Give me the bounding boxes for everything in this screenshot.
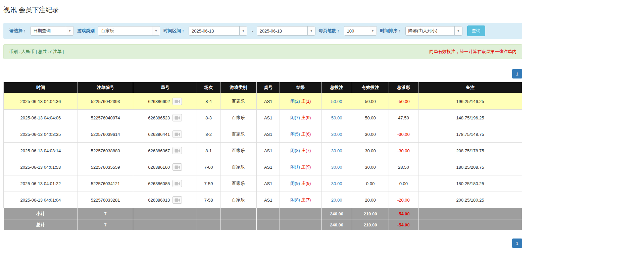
game-type-input[interactable] — [98, 27, 152, 35]
cell-time: 2025-06-13 04:01:22 — [4, 175, 78, 192]
cell-note: 196.25/146.25 — [418, 93, 522, 110]
cell-result: 闲(8) 庄(7) — [280, 192, 321, 208]
date-to-input[interactable] — [257, 27, 307, 35]
sum-count: 7 — [78, 219, 133, 230]
video-replay-button[interactable] — [172, 130, 182, 138]
time-sort-select[interactable]: ▼ — [405, 26, 462, 36]
cell-game-type: 百家乐 — [220, 126, 256, 143]
chevron-down-icon[interactable]: ▼ — [66, 27, 73, 35]
video-replay-button[interactable] — [172, 98, 182, 105]
game-type-label: 游戏类别 — [77, 28, 95, 34]
cell-payout: -30.00 — [389, 143, 418, 159]
table-row: 2025-06-13 04:03:35522576039614626386441… — [4, 126, 522, 143]
cell-game-type: 百家乐 — [220, 175, 256, 192]
cell-bet-id: 522576038880 — [78, 143, 133, 159]
cell-time: 2025-06-13 04:03:14 — [4, 143, 78, 159]
cell-table-number: AS1 — [256, 143, 280, 159]
select-type-label: 请选择： — [9, 28, 27, 34]
cell-result: 闲(1) 庄(9) — [280, 159, 321, 175]
table-row: 2025-06-13 04:01:22522576034121626386085… — [4, 175, 522, 192]
total-bet-link[interactable]: 30.00 — [331, 181, 342, 186]
summary-row: 总计7240.00210.00-54.00 — [4, 219, 522, 230]
sum-label: 小计 — [4, 208, 78, 219]
cell-result: 闲(5) 庄(6) — [280, 126, 321, 143]
date-to-select[interactable]: ▼ — [257, 26, 315, 36]
cell-valid-bet: 30.00 — [352, 126, 389, 143]
total-bet-link[interactable]: 30.00 — [331, 148, 342, 153]
column-header: 有效投注 — [352, 82, 389, 93]
cell-valid-bet: 30.00 — [352, 159, 389, 175]
total-bet-link[interactable]: 50.00 — [331, 99, 342, 104]
cell-session: 8-4 — [197, 93, 220, 110]
page-number-button[interactable]: 1 — [512, 239, 522, 248]
cell-session: 7-59 — [197, 175, 220, 192]
search-button[interactable]: 查询 — [467, 25, 485, 36]
video-camera-icon — [175, 198, 180, 202]
chevron-down-icon[interactable]: ▼ — [454, 27, 462, 35]
cell-time: 2025-06-13 04:04:06 — [4, 110, 78, 126]
query-type-input[interactable] — [31, 27, 66, 35]
page-size-select[interactable]: ▼ — [344, 26, 377, 36]
result-player: 闲(2) — [290, 99, 300, 104]
cell-session: 7-58 — [197, 192, 220, 208]
video-replay-button[interactable] — [172, 196, 182, 204]
sum-payout: -54.00 — [389, 208, 418, 219]
video-replay-button[interactable] — [172, 114, 182, 121]
cell-bet-id: 522576033281 — [78, 192, 133, 208]
cell-total-bet: 30.00 — [321, 159, 352, 175]
chevron-down-icon[interactable]: ▼ — [239, 27, 247, 35]
total-bet-link[interactable]: 30.00 — [331, 132, 342, 137]
cell-table-number: AS1 — [256, 175, 280, 192]
round-number: 626386085 — [148, 181, 170, 186]
sum-label: 总计 — [4, 219, 78, 230]
result-player: 闲(7) — [290, 115, 300, 120]
cell-time: 2025-06-13 04:03:35 — [4, 126, 78, 143]
cell-valid-bet: 30.00 — [352, 143, 389, 159]
cell-round-id: 626386441 — [133, 126, 197, 143]
chevron-down-icon[interactable]: ▼ — [369, 27, 377, 35]
page-number-button[interactable]: 1 — [512, 69, 522, 78]
query-type-select[interactable]: ▼ — [30, 26, 74, 36]
cell-session: 8-3 — [197, 110, 220, 126]
cell-time: 2025-06-13 04:04:36 — [4, 93, 78, 110]
cell-table-number: AS1 — [256, 159, 280, 175]
date-from-select[interactable]: ▼ — [189, 26, 247, 36]
chevron-down-icon[interactable]: ▼ — [152, 27, 160, 35]
column-header: 局号 — [133, 82, 197, 93]
result-banker: 庄(9) — [301, 181, 311, 186]
video-camera-icon — [175, 149, 180, 153]
date-from-input[interactable] — [189, 27, 239, 35]
result-player: 闲(9) — [290, 181, 300, 186]
cell-game-type: 百家乐 — [220, 143, 256, 159]
video-replay-button[interactable] — [172, 180, 182, 187]
summary-bar: 币别 : 人民币 | 总共 :7 注单 | 同局有效投注，统一计算在该局第一张注… — [3, 44, 522, 59]
cell-note: 148.75/196.25 — [418, 110, 522, 126]
game-type-select[interactable]: ▼ — [98, 26, 160, 36]
round-number: 626386367 — [148, 148, 170, 153]
cell-note: 180.25/208.75 — [418, 159, 522, 175]
page-size-input[interactable] — [344, 27, 369, 35]
round-number: 626386160 — [148, 165, 170, 170]
page-container: 视讯 会员下注纪录 请选择： ▼ 游戏类别 ▼ 时间区间： ▼ ~ ▼ 每页笔数… — [3, 0, 522, 248]
total-bet-link[interactable]: 30.00 — [331, 165, 342, 170]
time-sort-input[interactable] — [406, 27, 454, 35]
summary-note: 同局有效投注，统一计算在该局第一张注单内 — [429, 49, 516, 55]
cell-valid-bet: 0.00 — [352, 175, 389, 192]
cell-session: 8-1 — [197, 143, 220, 159]
bet-records-table: 时间注单编号局号场次游戏类别桌号结果总投注有效投注总派彩备注 2025-06-1… — [3, 82, 522, 230]
result-banker: 庄(9) — [301, 115, 311, 120]
cell-table-number: AS1 — [256, 192, 280, 208]
total-bet-link[interactable]: 20.00 — [331, 198, 342, 203]
total-bet-link[interactable]: 50.00 — [331, 115, 342, 120]
video-replay-button[interactable] — [172, 163, 182, 171]
cell-note: 200.25/180.25 — [418, 192, 522, 208]
video-replay-button[interactable] — [172, 147, 182, 154]
chevron-down-icon[interactable]: ▼ — [307, 27, 315, 35]
cell-game-type: 百家乐 — [220, 159, 256, 175]
column-header: 游戏类别 — [220, 82, 256, 93]
result-player: 闲(1) — [290, 164, 300, 169]
page-title: 视讯 会员下注纪录 — [3, 3, 522, 18]
video-camera-icon — [175, 99, 180, 104]
round-number: 626386013 — [148, 198, 170, 203]
result-banker: 庄(6) — [301, 131, 311, 137]
